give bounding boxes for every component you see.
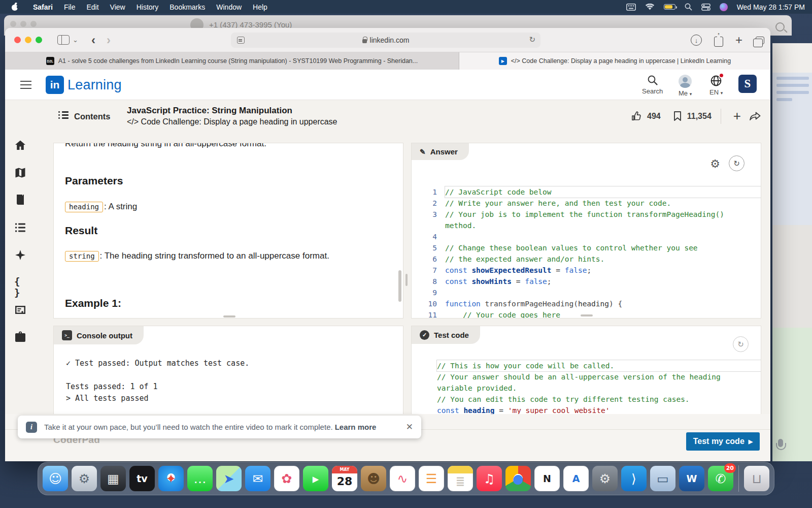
line-number: 6 (412, 253, 445, 265)
scrollbar-thumb[interactable] (398, 270, 401, 302)
reset-test-code-button[interactable]: ↻ (733, 336, 749, 352)
apple-menu-icon[interactable] (11, 3, 18, 11)
close-window-button[interactable] (14, 37, 21, 43)
new-tab-button[interactable]: + (735, 33, 742, 47)
page-settings-icon[interactable] (237, 37, 245, 44)
hamburger-menu-icon[interactable] (20, 81, 31, 89)
minimize-window-button[interactable] (25, 37, 31, 43)
control-center-icon[interactable] (701, 4, 710, 11)
dock-icon-apple-tv[interactable]: tv (129, 466, 155, 491)
test-code-editor[interactable]: // This is how your code will be called.… (412, 360, 761, 414)
map-icon[interactable] (14, 167, 26, 179)
code-line: 11 // Your code goes here (412, 309, 761, 319)
line-number: 4 (412, 231, 445, 242)
dock-icon-contacts[interactable]: ☻ (361, 466, 386, 491)
tab-d2l[interactable]: D2L A1 - solve 5 code challenges from Li… (5, 52, 459, 70)
back-button[interactable]: ‹ (91, 34, 95, 46)
line-number: 5 (412, 242, 445, 253)
forward-button[interactable]: › (107, 34, 111, 46)
dock-icon-system-settings[interactable]: ⚙ (592, 466, 618, 491)
answer-tab[interactable]: ✎ Answer (412, 143, 469, 160)
list-icon[interactable] (14, 221, 26, 234)
dock-icon-calendar[interactable]: MAY28 (332, 466, 357, 491)
book-icon[interactable] (14, 194, 26, 206)
dock-icon-facetime[interactable]: ▸ (303, 466, 328, 491)
battery-icon[interactable] (664, 4, 675, 10)
menu-item-edit[interactable]: Edit (81, 3, 104, 11)
dock-icon-launchpad[interactable]: ▦ (100, 466, 126, 491)
header-me-menu[interactable]: Me ▾ (679, 75, 692, 97)
settings-gear-icon[interactable]: ⚙ (710, 157, 720, 171)
header-language-menu[interactable]: EN ▾ (709, 75, 723, 96)
dock-icon-trash[interactable]: ⊔ (744, 466, 769, 491)
reset-code-button[interactable]: ↻ (729, 155, 745, 171)
menu-item-bookmarks[interactable]: Bookmarks (164, 3, 211, 11)
menu-item-history[interactable]: History (131, 3, 164, 11)
menu-item-safari[interactable]: Safari (27, 3, 58, 11)
reload-icon[interactable]: ↻ (529, 35, 535, 44)
dock-icon-reminders[interactable]: ☰ (419, 466, 444, 491)
sparkle-icon[interactable] (14, 249, 26, 261)
siri-icon[interactable] (720, 3, 728, 11)
briefcase-icon[interactable] (14, 331, 26, 343)
close-icon[interactable]: ✕ (406, 422, 413, 432)
share-arrow-icon[interactable] (749, 111, 761, 121)
dock-icon-screen-share[interactable]: ▭ (650, 466, 675, 491)
dock-icon-freeform[interactable]: ∿ (390, 466, 415, 491)
dock-icon-finder[interactable]: ☺ (43, 466, 68, 491)
dock-icon-music[interactable]: ♫ (477, 466, 502, 491)
test-code-tab[interactable]: ✓ Test code (412, 326, 480, 344)
dock-icon-notes[interactable]: ≣ (448, 466, 473, 491)
sidebar-toggle-icon[interactable] (57, 35, 70, 45)
column-resize-grip[interactable] (405, 274, 408, 286)
contents-label[interactable]: Contents (74, 112, 111, 121)
address-bar[interactable]: linkedin.com ↻ (231, 33, 540, 48)
dock-icon-maps[interactable]: ➤ (216, 466, 242, 491)
share-button[interactable] (714, 37, 723, 47)
input-source-icon[interactable] (626, 4, 636, 11)
tab-linkedin-learning[interactable]: ▶ </> Code Challenge: Display a page hea… (459, 52, 770, 70)
dock-icon-messages[interactable]: … (187, 466, 213, 491)
add-button[interactable]: + (733, 108, 741, 124)
spotlight-icon[interactable] (685, 3, 692, 11)
dock-icon-whatsapp[interactable]: ✆20 (708, 466, 733, 491)
dock-icon-notion[interactable]: N (534, 466, 560, 491)
dock-icon-safari[interactable]: ✦ (158, 466, 184, 491)
answer-code-editor[interactable]: 1// JavaScript code below2// Write your … (412, 186, 761, 319)
panel-resize-grip[interactable] (581, 314, 593, 316)
dock-icon-mail[interactable]: ✉ (245, 466, 270, 491)
dock-icon-utility-app[interactable]: ⚙ (72, 466, 97, 491)
menu-item-help[interactable]: Help (247, 3, 273, 11)
window-controls[interactable] (14, 37, 42, 43)
menu-item-window[interactable]: Window (211, 3, 247, 11)
home-icon[interactable] (14, 139, 26, 151)
dock-icon-vscode[interactable]: ⟩ (621, 466, 647, 491)
test-my-code-button[interactable]: Test my code ▶ (686, 432, 760, 451)
dock-icon-word[interactable]: W (679, 466, 704, 491)
console-output-tab[interactable]: >_ Console output (54, 326, 144, 344)
linkedin-learning-logo[interactable]: in Learning (46, 76, 122, 94)
dock-icon-chrome[interactable]: ● (505, 466, 531, 491)
dock-icon-photos[interactable]: ✿ (274, 466, 299, 491)
wifi-icon[interactable] (645, 4, 655, 11)
bookmark-icon[interactable] (673, 111, 682, 121)
certificate-icon[interactable] (14, 304, 26, 316)
learn-more-link[interactable]: Learn more (335, 423, 377, 431)
menu-item-file[interactable]: File (58, 3, 81, 11)
console-output-panel[interactable]: >_ Console output ✓ Test passed: Output … (53, 326, 403, 414)
panel-resize-grip[interactable] (223, 315, 235, 318)
contents-list-icon[interactable] (58, 111, 69, 120)
zoom-window-button[interactable] (36, 37, 42, 43)
tab-overview-button[interactable] (756, 37, 764, 44)
header-search[interactable]: Search (642, 75, 663, 95)
like-icon[interactable] (631, 111, 642, 121)
dock-icon-a-app[interactable]: A (563, 466, 589, 491)
answer-editor-panel[interactable]: ✎ Answer ⚙ ↻ 1// JavaScript code below2/… (411, 143, 761, 319)
menu-item-view[interactable]: View (105, 3, 131, 11)
downloads-button[interactable]: ↓ (691, 35, 702, 46)
sheridan-logo[interactable]: S (738, 75, 757, 93)
challenge-description-panel[interactable]: Return the heading string in an all-uppe… (53, 143, 403, 319)
sidebar-chevron-icon[interactable]: ⌄ (73, 36, 78, 44)
test-code-panel[interactable]: ✓ Test code ↻ // This is how your code w… (411, 326, 761, 414)
code-braces-icon[interactable]: { } (14, 276, 26, 288)
